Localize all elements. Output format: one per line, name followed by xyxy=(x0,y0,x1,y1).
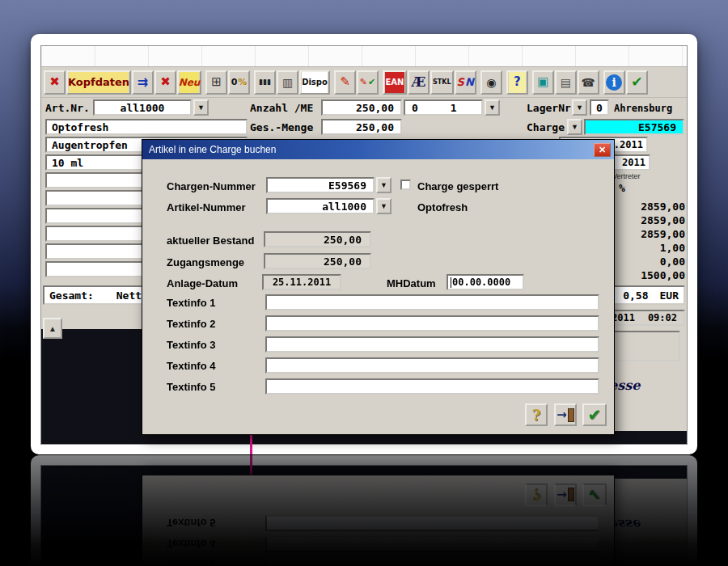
neu-button[interactable]: Neu xyxy=(177,70,201,95)
anzahl-label: Anzahl /ME xyxy=(250,103,313,114)
mhdatum-field[interactable]: 00.00.0000 xyxy=(447,274,524,290)
sn-icon[interactable]: SN xyxy=(455,70,476,95)
printer-icon[interactable]: ▤ xyxy=(555,70,577,95)
gesamt-label: Gesamt: xyxy=(44,289,94,302)
lager-label: LagerNr. xyxy=(527,103,578,114)
kopfdaten-button[interactable]: Kopfdaten xyxy=(66,70,131,95)
percent-icon[interactable]: 0% xyxy=(228,70,250,95)
ean-button[interactable]: EAN xyxy=(383,70,407,95)
camera-icon[interactable]: ◉ xyxy=(480,70,502,95)
art-nr-field[interactable]: all1000 xyxy=(93,99,192,116)
textinfo-input[interactable] xyxy=(265,336,599,353)
artikel-name: Optofresh xyxy=(417,201,468,213)
edit-confirm-icon-glyph: ✎✔ xyxy=(359,72,376,93)
toolbar: ✖Kopfdaten⇉✖Neu⊞0%▮▮▮▥Dispo✎✎✔EANÆSTKLSN… xyxy=(41,67,687,98)
stkl-icon[interactable]: STKL xyxy=(430,70,454,95)
zugang-label: Zugangsmenge xyxy=(167,256,244,268)
dropdown-arrow-icon: ▼ xyxy=(380,202,387,210)
anlage-field: 25.11.2011 xyxy=(262,274,341,290)
dispo-button-glyph: Dispo xyxy=(302,72,328,93)
dialog-ok-button[interactable]: ✔ xyxy=(582,403,607,426)
abort-icon-glyph: ✖ xyxy=(46,72,63,93)
delete-icon[interactable]: ✖ xyxy=(154,70,176,95)
mhdatum-label: MHDatum xyxy=(387,277,436,289)
artikel-field[interactable]: all1000 xyxy=(266,198,375,214)
edit-icon[interactable]: ✎ xyxy=(334,70,356,95)
chargen-field[interactable]: E59569 xyxy=(266,177,375,193)
dispo-button[interactable]: Dispo xyxy=(299,70,330,95)
charge-dialog: Artikel in eine Charge buchen ✕ Chargen-… xyxy=(142,139,615,435)
barcode-icon[interactable]: ▮▮▮ xyxy=(254,70,276,95)
anzahl-count-field[interactable]: 0 1 xyxy=(404,99,483,116)
sn-icon-glyph: SN xyxy=(457,72,474,93)
monitor-icon[interactable]: ▣ xyxy=(532,70,554,95)
status-time: 09:02 xyxy=(648,312,677,323)
printer-icon-glyph: ▤ xyxy=(557,72,574,93)
window-reflection: ✖Kopfdaten⇉✖Neu⊞0%▮▮▮▥Dispo✎✎✔EANÆSTKLSN… xyxy=(31,455,697,566)
anzahl-dropdown[interactable]: ▼ xyxy=(485,99,500,116)
copy-icon[interactable]: ▥ xyxy=(277,70,298,95)
abort-icon[interactable]: ✖ xyxy=(44,70,66,95)
help-list-icon[interactable]: ? xyxy=(506,70,528,95)
dialog-help-button[interactable]: ? xyxy=(525,403,548,426)
percent-label: % xyxy=(619,183,625,194)
textinfo-input[interactable] xyxy=(265,357,599,374)
charge-gesperrt-checkbox[interactable] xyxy=(400,180,411,190)
textinfo-input[interactable] xyxy=(265,315,599,332)
confirm-icon[interactable]: ✔ xyxy=(626,70,648,95)
charge-field[interactable]: E57569 xyxy=(584,119,684,135)
lager-name: Ahrensburg xyxy=(614,103,672,114)
textinfo-row: Textinfo 4 xyxy=(167,357,599,374)
edit-icon-glyph: ✎ xyxy=(336,72,353,93)
article-text-field[interactable]: Optofresh xyxy=(45,119,248,135)
lager-dropdown[interactable]: ▼ xyxy=(572,99,587,116)
total-value: 0,58 xyxy=(623,289,648,302)
textinfo-label: Textinfo 5 xyxy=(167,381,265,393)
charge-dropdown[interactable]: ▼ xyxy=(567,119,582,135)
ges-menge-field[interactable]: 250,00 xyxy=(321,119,402,135)
textinfo-label: Textinfo 1 xyxy=(167,297,265,309)
scroll-up-icon: ▲ xyxy=(49,324,57,333)
lager-number-field[interactable]: 0 xyxy=(590,99,609,116)
info-icon[interactable]: i xyxy=(603,70,625,95)
art-nr-dropdown[interactable]: ▼ xyxy=(193,99,209,116)
charge-label: Charge xyxy=(527,122,565,133)
exit-arrow-icon: → xyxy=(557,408,567,422)
phone-icon-glyph: ☎ xyxy=(580,72,597,93)
artikel-dropdown[interactable]: ▼ xyxy=(376,198,392,214)
percent-icon-glyph: 0% xyxy=(231,72,248,93)
positions-icon[interactable]: ⊞ xyxy=(205,70,227,95)
dialog-titlebar[interactable]: Artikel in eine Charge buchen ✕ xyxy=(142,140,614,159)
textinfo-row: Textinfo 5 xyxy=(167,378,599,395)
textinfo-input[interactable] xyxy=(265,294,599,310)
dialog-title: Artikel in eine Charge buchen xyxy=(149,144,276,155)
year-field[interactable]: 2011 xyxy=(612,154,650,171)
camera-icon-glyph: ◉ xyxy=(483,72,500,93)
ges-menge-label: Ges.-Menge xyxy=(250,122,313,133)
mhdatum-value: 00.00.0000 xyxy=(452,277,510,288)
copy-icon-glyph: ▥ xyxy=(279,72,296,93)
vertreter-label: Vertreter xyxy=(612,172,641,180)
forward-icon[interactable]: ⇉ xyxy=(132,70,154,95)
dropdown-arrow-icon: ▼ xyxy=(576,103,583,112)
barcode-icon-glyph: ▮▮▮ xyxy=(256,72,273,93)
ae-icon[interactable]: Æ xyxy=(408,70,430,95)
dialog-close-button[interactable]: ✕ xyxy=(594,143,611,157)
app-window: ✖Kopfdaten⇉✖Neu⊞0%▮▮▮▥Dispo✎✎✔EANÆSTKLSN… xyxy=(31,34,697,454)
reflection-fade xyxy=(31,455,697,566)
stray-caret xyxy=(250,435,252,454)
dialog-exit-button[interactable]: → xyxy=(554,403,577,426)
bestand-field: 250,00 xyxy=(264,231,371,247)
ae-icon-glyph: Æ xyxy=(410,72,427,93)
chargen-dropdown[interactable]: ▼ xyxy=(376,177,392,193)
positions-icon-glyph: ⊞ xyxy=(208,72,225,93)
delete-icon-glyph: ✖ xyxy=(157,72,174,93)
textinfo-input[interactable] xyxy=(265,378,599,395)
scroll-up-button[interactable]: ▲ xyxy=(43,318,62,339)
textinfo-row: Textinfo 2 xyxy=(167,315,599,332)
phone-icon[interactable]: ☎ xyxy=(578,70,599,95)
edit-confirm-icon[interactable]: ✎✔ xyxy=(357,70,379,95)
dropdown-arrow-icon: ▼ xyxy=(197,103,205,112)
anzahl-field[interactable]: 250,00 xyxy=(321,99,402,116)
zugang-field: 250,00 xyxy=(264,253,371,269)
